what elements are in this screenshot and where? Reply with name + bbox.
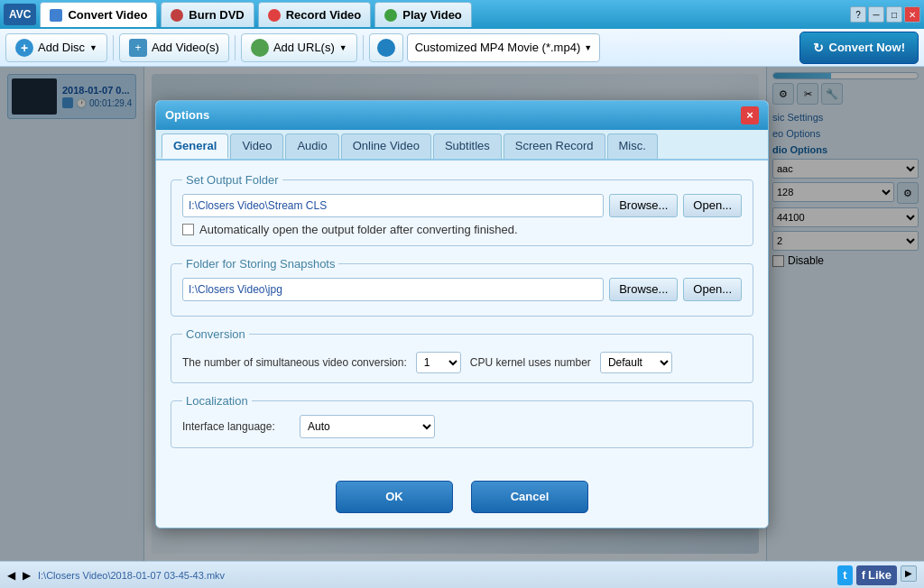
play-video-icon (384, 9, 397, 22)
conversion-legend-text: Conversion (186, 327, 245, 341)
tab-general-label: General (173, 139, 217, 152)
cancel-label: Cancel (511, 490, 550, 503)
snapshots-section: Folder for Storing Snapshots Browse... O… (171, 257, 753, 317)
twitter-button[interactable]: t (837, 565, 852, 585)
auto-open-checkbox[interactable] (182, 224, 194, 235)
tab-misc[interactable]: Misc. (607, 133, 658, 159)
tab-video-label: Video (242, 139, 272, 152)
output-folder-input[interactable] (182, 194, 604, 217)
output-open-label: Open... (693, 198, 732, 212)
add-video-button[interactable]: + Add Video(s) (119, 33, 229, 62)
toolbar-separator-2 (235, 35, 236, 60)
add-video-label: Add Video(s) (152, 41, 219, 54)
close-btn[interactable]: ✕ (904, 6, 920, 23)
localization-section: Localization Interface language: AutoEng… (171, 394, 753, 448)
tab-online-video-label: Online Video (353, 139, 420, 152)
output-folder-row: Browse... Open... (182, 194, 742, 217)
output-folder-legend: Set Output Folder (182, 173, 282, 187)
cpu-label: CPU kernel uses number (470, 356, 591, 369)
snapshots-folder-input[interactable] (182, 278, 604, 301)
conversion-legend: Conversion (182, 327, 249, 341)
profile-icon (377, 39, 395, 57)
toolbar-separator-3 (363, 35, 364, 60)
minimize-btn[interactable]: ─ (868, 6, 884, 23)
add-disc-dropdown-icon[interactable]: ▼ (89, 43, 97, 52)
toolbar-separator-1 (113, 35, 114, 60)
record-video-label: Record Video (286, 8, 362, 22)
title-bar: AVC Convert Video Burn DVD Record Video … (0, 0, 924, 29)
simultaneous-select[interactable]: 1234 (416, 352, 461, 373)
add-url-dropdown-icon[interactable]: ▼ (339, 43, 347, 52)
add-url-button[interactable]: Add URL(s) ▼ (241, 33, 357, 62)
facebook-icon: f (862, 568, 865, 582)
interface-language-label: Interface language: (182, 420, 291, 433)
localization-legend-text: Localization (186, 394, 248, 408)
tab-play-video[interactable]: Play Video (374, 2, 472, 27)
localization-legend: Localization (182, 394, 252, 408)
snapshots-open-button[interactable]: Open... (683, 278, 742, 301)
add-url-label: Add URL(s) (273, 41, 335, 54)
add-disc-button[interactable]: + Add Disc ▼ (5, 33, 107, 62)
cancel-button[interactable]: Cancel (471, 481, 588, 513)
snapshots-legend: Folder for Storing Snapshots (182, 257, 338, 271)
output-open-button[interactable]: Open... (683, 194, 742, 217)
help-btn[interactable]: ? (850, 6, 866, 23)
snapshots-open-label: Open... (693, 282, 732, 296)
facebook-button[interactable]: f Like (856, 565, 897, 585)
status-icons: t f Like ▶ (837, 565, 917, 585)
tab-screen-record-label: Screen Record (515, 139, 594, 152)
convert-now-label: Convert Now! (829, 41, 906, 54)
next-nav-button[interactable]: ▶ (901, 565, 917, 582)
tab-record-video[interactable]: Record Video (258, 2, 372, 27)
twitter-icon: t (843, 568, 846, 582)
tab-convert-video[interactable]: Convert Video (40, 2, 157, 27)
tab-misc-label: Misc. (619, 139, 646, 152)
snapshots-folder-row: Browse... Open... (182, 278, 742, 301)
modal-body: Set Output Folder Browse... Open... Au (156, 161, 768, 472)
ok-label: OK (385, 490, 403, 503)
profile-indicator (369, 33, 403, 62)
ok-button[interactable]: OK (336, 481, 453, 513)
nav-prev-icon[interactable]: ◀ (7, 569, 15, 582)
auto-open-row: Automatically open the output folder aft… (182, 223, 742, 236)
output-browse-button[interactable]: Browse... (609, 194, 678, 217)
convert-now-button[interactable]: ↻ Convert Now! (799, 32, 919, 64)
profile-label: Customized MP4 Movie (*.mp4) (415, 41, 581, 54)
tab-audio-label: Audio (297, 139, 327, 152)
burn-dvd-label: Burn DVD (189, 8, 244, 22)
tab-video[interactable]: Video (230, 133, 283, 159)
add-url-icon (251, 39, 269, 57)
convert-video-label: Convert Video (68, 8, 147, 22)
profile-select[interactable]: Customized MP4 Movie (*.mp4) ▼ (407, 33, 600, 62)
tab-screen-record[interactable]: Screen Record (504, 133, 605, 159)
nav-next-icon[interactable]: ▶ (23, 569, 31, 582)
status-file-path: I:\Closers Video\2018-01-07 03-45-43.mkv (38, 570, 225, 581)
tab-burn-dvd[interactable]: Burn DVD (161, 2, 254, 27)
tab-general[interactable]: General (162, 133, 228, 159)
play-video-label: Play Video (402, 8, 462, 22)
cpu-select[interactable]: Default124 (600, 352, 672, 373)
add-video-icon: + (129, 39, 147, 57)
window-controls: ? ─ □ ✕ (850, 6, 920, 23)
tab-online-video[interactable]: Online Video (341, 133, 431, 159)
add-disc-label: Add Disc (38, 41, 85, 54)
modal-tabs: General Video Audio Online Video Subtitl… (156, 130, 768, 161)
maximize-btn[interactable]: □ (886, 6, 902, 23)
snapshots-browse-label: Browse... (619, 282, 668, 296)
profile-dropdown-icon[interactable]: ▼ (584, 43, 592, 52)
modal-title: Options (165, 108, 209, 122)
output-browse-label: Browse... (619, 198, 668, 212)
modal-overlay: Options × General Video Audio Online Vid… (0, 67, 924, 561)
modal-close-button[interactable]: × (741, 106, 759, 124)
toolbar: + Add Disc ▼ + Add Video(s) Add URL(s) ▼… (0, 29, 924, 67)
tab-audio[interactable]: Audio (285, 133, 338, 159)
snapshots-legend-text: Folder for Storing Snapshots (186, 257, 335, 271)
conversion-section: Conversion The number of simultaneous vi… (171, 327, 753, 383)
app-logo: AVC (9, 8, 31, 21)
status-bar: ◀ ▶ I:\Closers Video\2018-01-07 03-45-43… (0, 561, 924, 588)
snapshots-browse-button[interactable]: Browse... (609, 278, 678, 301)
output-folder-section: Set Output Folder Browse... Open... Au (171, 173, 753, 246)
interface-language-select[interactable]: AutoEnglishChinese FrenchGerman (300, 415, 435, 438)
convert-refresh-icon: ↻ (813, 41, 824, 55)
tab-subtitles[interactable]: Subtitles (433, 133, 502, 159)
